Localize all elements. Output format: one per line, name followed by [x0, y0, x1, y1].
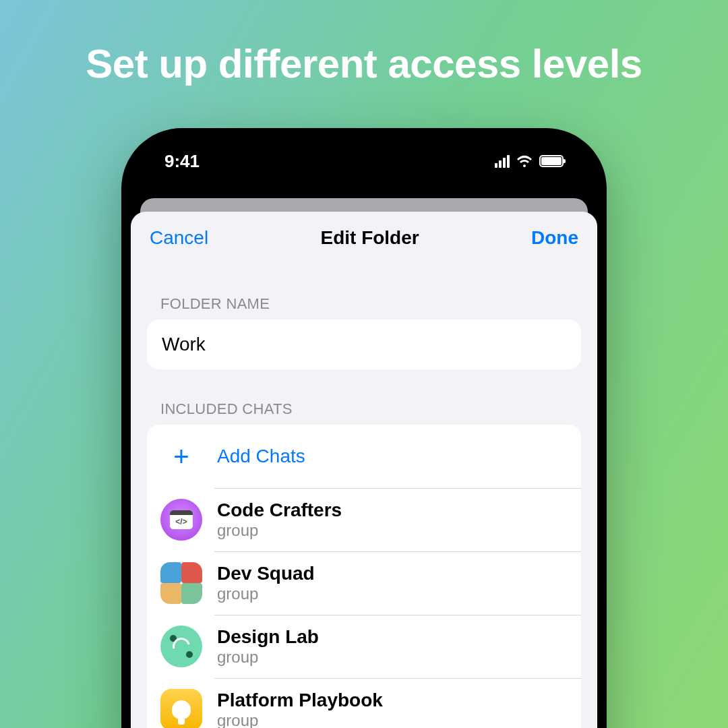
battery-icon	[539, 155, 564, 167]
phone-screen: 9:41 Cancel Edit Folder Done FOLDER NAME…	[131, 138, 597, 728]
cancel-button[interactable]: Cancel	[150, 227, 208, 249]
included-chats-section-label: INCLUDED CHATS	[131, 369, 597, 425]
chat-title: Design Lab	[217, 626, 319, 648]
modal-navbar: Cancel Edit Folder Done	[131, 212, 597, 264]
phone-frame: 9:41 Cancel Edit Folder Done FOLDER NAME…	[121, 128, 607, 728]
folder-name-input[interactable]	[147, 320, 581, 369]
modal-sheet: Cancel Edit Folder Done FOLDER NAME INCL…	[131, 212, 597, 728]
wifi-icon	[516, 155, 533, 167]
add-chats-row[interactable]: + Add Chats	[147, 425, 581, 488]
folder-name-section-label: FOLDER NAME	[131, 264, 597, 320]
included-chats-list: + Add Chats </> Code Crafters group	[147, 425, 581, 728]
chat-title: Code Crafters	[217, 499, 342, 521]
code-crafters-avatar-icon: </>	[160, 499, 202, 541]
chat-row-design-lab[interactable]: Design Lab group	[147, 615, 581, 678]
chat-subtitle: group	[217, 711, 383, 728]
chat-title: Dev Squad	[217, 563, 315, 584]
chat-row-platform-playbook[interactable]: Platform Playbook group	[147, 678, 581, 728]
promo-headline: Set up different access levels	[0, 40, 728, 87]
dev-squad-avatar-icon	[160, 562, 202, 604]
chat-title: Platform Playbook	[217, 690, 383, 711]
design-lab-avatar-icon	[160, 626, 202, 667]
platform-playbook-avatar-icon	[160, 689, 202, 728]
chat-row-dev-squad[interactable]: Dev Squad group	[147, 551, 581, 615]
chat-subtitle: group	[217, 648, 319, 667]
chat-subtitle: group	[217, 584, 315, 603]
cellular-icon	[495, 155, 510, 168]
plus-icon: +	[173, 443, 189, 470]
done-button[interactable]: Done	[531, 227, 578, 249]
modal-title: Edit Folder	[320, 227, 419, 249]
chat-subtitle: group	[217, 521, 342, 540]
chat-row-code-crafters[interactable]: </> Code Crafters group	[147, 488, 581, 551]
status-time: 9:41	[164, 151, 200, 172]
add-chats-label: Add Chats	[217, 446, 305, 467]
dynamic-island	[303, 150, 425, 174]
